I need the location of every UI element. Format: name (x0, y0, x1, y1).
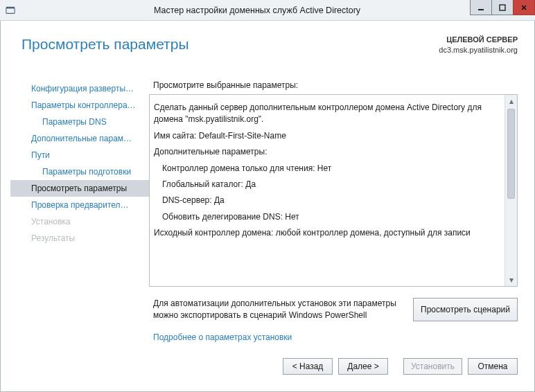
content-frame: Просмотреть параметры ЦЕЛЕВОЙ СЕРВЕР dc3… (0, 21, 535, 392)
scroll-down-icon[interactable]: ▾ (505, 274, 517, 286)
review-line: Имя сайта: Default-First-Site-Name (154, 130, 503, 142)
review-line: Дополнительные параметры: (154, 146, 503, 158)
svg-rect-2 (478, 9, 484, 10)
automation-text: Для автоматизации дополнительных установ… (153, 298, 413, 321)
titlebar: Мастер настройки доменных служб Active D… (0, 0, 535, 21)
view-script-button[interactable]: Просмотреть сценарий (413, 298, 518, 321)
header-row: Просмотреть параметры ЦЕЛЕВОЙ СЕРВЕР dc3… (10, 28, 525, 69)
nav-item: Установка (10, 213, 149, 230)
svg-rect-0 (6, 8, 15, 13)
scroll-up-icon[interactable]: ▴ (505, 95, 517, 107)
nav-item[interactable]: Параметры контроллера… (10, 97, 149, 114)
svg-rect-3 (500, 5, 505, 10)
close-button[interactable] (513, 0, 535, 15)
nav-item: Результаты (10, 230, 149, 247)
maximize-button[interactable] (491, 0, 514, 15)
back-button[interactable]: < Назад (283, 358, 333, 375)
footer-buttons: < Назад Далее > Установить Отмена (10, 355, 518, 377)
review-line: Глобальный каталог: Да (154, 179, 503, 190)
window-buttons (471, 0, 535, 15)
install-button: Установить (403, 358, 462, 375)
svg-rect-1 (6, 6, 15, 8)
inner-frame: Просмотреть параметры ЦЕЛЕВОЙ СЕРВЕР dc3… (10, 28, 525, 384)
next-button[interactable]: Далее > (338, 358, 388, 375)
scrollbar[interactable]: ▴ ▾ (505, 95, 517, 286)
nav-item[interactable]: Дополнительные парам… (10, 130, 149, 147)
automation-row: Для автоматизации дополнительных установ… (149, 287, 518, 321)
more-info-link[interactable]: Подробнее о параметрах установки (149, 321, 518, 342)
nav-item[interactable]: Пути (10, 147, 149, 163)
page-title: Просмотреть параметры (21, 36, 439, 53)
target-server-value: dc3.msk.pyatilistnik.org (439, 45, 518, 55)
review-line: Исходный контроллер домена: любой контро… (154, 227, 503, 239)
nav-item: Просмотреть параметры (10, 180, 149, 197)
nav-item[interactable]: Параметры подготовки (10, 163, 149, 180)
review-line: DNS-сервер: Да (154, 195, 503, 206)
target-server-label: ЦЕЛЕВОЙ СЕРВЕР (439, 35, 518, 45)
review-line: Контроллер домена только для чтения: Нет (154, 163, 503, 175)
review-line: Сделать данный сервер дополнительным кон… (154, 102, 503, 126)
nav-item[interactable]: Конфигурация разверты… (10, 80, 149, 97)
nav-sidebar: Конфигурация разверты…Параметры контролл… (10, 76, 149, 353)
nav-item[interactable]: Проверка предварител… (10, 197, 149, 213)
app-icon (0, 0, 21, 21)
review-line: Обновить делегирование DNS: Нет (154, 211, 503, 223)
main-panel: Просмотрите выбранные параметры: Сделать… (149, 76, 525, 353)
cancel-button[interactable]: Отмена (468, 358, 518, 375)
review-textbox[interactable]: Сделать данный сервер дополнительным кон… (149, 94, 518, 287)
nav-item[interactable]: Параметры DNS (10, 114, 149, 130)
window-title: Мастер настройки доменных служб Active D… (21, 6, 535, 15)
body: Конфигурация разверты…Параметры контролл… (10, 76, 525, 353)
minimize-button[interactable] (470, 0, 492, 15)
review-caption: Просмотрите выбранные параметры: (153, 80, 518, 90)
review-text: Сделать данный сервер дополнительным кон… (154, 98, 503, 283)
target-server: ЦЕЛЕВОЙ СЕРВЕР dc3.msk.pyatilistnik.org (439, 35, 518, 55)
scroll-thumb[interactable] (507, 109, 515, 199)
